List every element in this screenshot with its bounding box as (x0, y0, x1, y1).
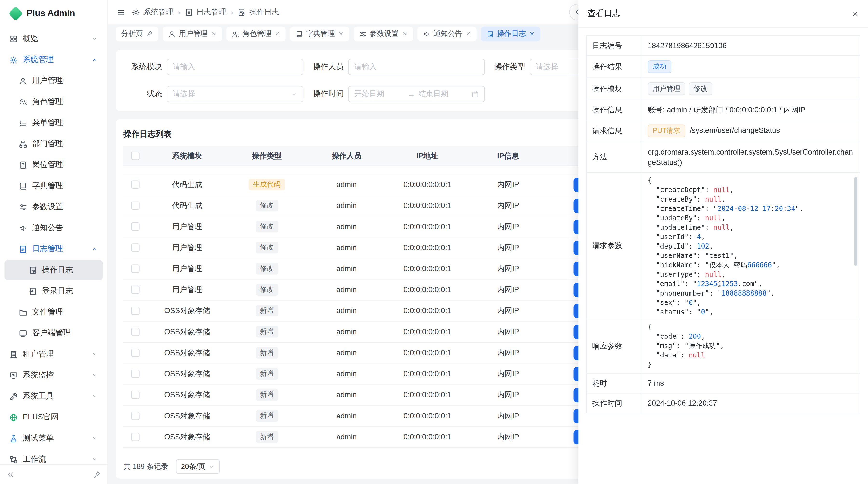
menu-toggle-icon[interactable] (117, 8, 125, 16)
cell-module: OSS对象存储 (147, 432, 227, 442)
sidebar-item-0[interactable]: 概览 (4, 29, 103, 49)
sidebar-item-13[interactable]: 文件管理 (4, 302, 103, 322)
tab-close-icon[interactable] (211, 31, 217, 37)
row-checkbox[interactable] (131, 201, 139, 210)
sidebar-item-label: 文件管理 (32, 307, 98, 317)
operation-type-badge: 新增 (255, 305, 278, 317)
sidebar-item-14[interactable]: 客户端管理 (4, 323, 103, 343)
field-value: 2024-10-06 12:20:37 (642, 393, 860, 413)
sidebar-item-3[interactable]: 角色管理 (4, 92, 103, 112)
filter-input-0[interactable]: 请输入 (166, 59, 303, 75)
sidebar-item-19[interactable]: 测试菜单 (4, 428, 103, 448)
close-icon[interactable] (851, 10, 859, 18)
tab-close-icon[interactable] (466, 31, 471, 37)
tab-0[interactable]: 分析页 (116, 26, 158, 41)
cell-operator: admin (306, 201, 387, 210)
pin-icon[interactable] (146, 30, 153, 37)
row-checkbox[interactable] (131, 264, 139, 272)
role-icon (19, 98, 27, 106)
tab-label: 字典管理 (306, 29, 335, 39)
calendar-icon (472, 90, 479, 98)
operation-type-badge: 新增 (255, 389, 278, 400)
app-logo[interactable]: Plus Admin (0, 0, 107, 27)
sidebar-item-18[interactable]: PLUS官网 (4, 407, 103, 427)
chevron-up-icon (91, 56, 98, 63)
filter-daterange-4[interactable]: 开始日期→结束日期 (348, 86, 485, 102)
cell-ip-info: 内网IP (468, 369, 549, 379)
param-icon (19, 203, 27, 211)
cell-ip-info: 内网IP (468, 348, 549, 358)
field-value: PUT请求/system/user/changeStatus (642, 120, 860, 142)
sidebar-item-9[interactable]: 通知公告 (4, 218, 103, 238)
sidebar-item-label: 测试菜单 (23, 433, 86, 443)
select-all-checkbox[interactable] (131, 152, 139, 160)
sidebar-item-label: 日志管理 (32, 244, 86, 254)
breadcrumb-item-1[interactable]: 日志管理 (185, 7, 226, 17)
tab-3[interactable]: 字典管理 (290, 26, 349, 41)
tab-2[interactable]: 角色管理 (226, 26, 286, 41)
sidebar-item-2[interactable]: 用户管理 (4, 71, 103, 91)
result-tag: 成功 (648, 60, 672, 73)
cell-module: OSS对象存储 (147, 411, 227, 421)
operation-type-badge: 修改 (255, 200, 278, 212)
module-tag: 修改 (689, 83, 712, 95)
row-checkbox[interactable] (131, 180, 139, 189)
tab-close-icon[interactable] (529, 31, 535, 37)
collapse-sidebar-icon[interactable] (7, 471, 14, 479)
filter-input-1[interactable]: 请输入 (348, 59, 485, 75)
cell-operator: admin (306, 244, 387, 252)
sidebar-item-11[interactable]: 操作日志 (4, 260, 103, 280)
page-size-select[interactable]: 20条/页 (176, 459, 220, 474)
tab-close-icon[interactable] (338, 31, 344, 37)
json-code-block[interactable]: { "createDept": null, "createBy": null, … (648, 176, 858, 316)
cell-ip-info: 内网IP (468, 305, 549, 316)
row-checkbox[interactable] (131, 328, 139, 336)
row-checkbox[interactable] (131, 391, 139, 399)
sidebar-item-16[interactable]: 系统监控 (4, 365, 103, 385)
desc-body: 日志编号1842781986426159106操作结果成功操作模块用户管理修改操… (587, 36, 860, 413)
drawer-field-6: 请求参数{ "createDept": null, "createBy": nu… (587, 172, 860, 319)
breadcrumb-item-0[interactable]: 系统管理 (132, 7, 173, 17)
cell-module: OSS对象存储 (147, 390, 227, 400)
sidebar-item-15[interactable]: 租户管理 (4, 344, 103, 364)
user-icon (168, 30, 176, 37)
drawer-body: 日志编号1842781986426159106操作结果成功操作模块用户管理修改操… (579, 28, 868, 484)
row-checkbox[interactable] (131, 223, 139, 231)
scrollbar-thumb[interactable] (854, 177, 858, 266)
row-checkbox[interactable] (131, 370, 139, 378)
sidebar-item-1[interactable]: 系统管理 (4, 50, 103, 70)
sidebar-item-17[interactable]: 系统工具 (4, 386, 103, 407)
tab-close-icon[interactable] (402, 31, 407, 37)
row-checkbox[interactable] (131, 433, 139, 441)
field-label: 操作结果 (587, 56, 642, 78)
operation-type-badge: 生成代码 (249, 179, 285, 190)
breadcrumb-item-2[interactable]: 操作日志 (238, 7, 279, 17)
pin-sidebar-icon[interactable] (93, 471, 101, 479)
cell-ip-info: 内网IP (468, 243, 549, 253)
sidebar-item-12[interactable]: 登录日志 (4, 281, 103, 301)
tab-label: 分析页 (121, 29, 143, 39)
field-label: 操作模块 (587, 78, 642, 100)
sidebar-item-7[interactable]: 字典管理 (4, 176, 103, 196)
cell-ip: 0:0:0:0:0:0:0:1 (387, 370, 468, 378)
sidebar-item-5[interactable]: 部门管理 (4, 134, 103, 154)
filter-select-3[interactable]: 请选择 (166, 86, 303, 102)
tab-1[interactable]: 用户管理 (163, 26, 222, 41)
row-checkbox[interactable] (131, 412, 139, 420)
row-checkbox[interactable] (131, 286, 139, 294)
row-checkbox[interactable] (131, 244, 139, 252)
sidebar-item-20[interactable]: 工作流 (4, 449, 103, 464)
row-checkbox[interactable] (131, 306, 139, 315)
sidebar-item-6[interactable]: 岗位管理 (4, 155, 103, 175)
field-label: 耗时 (587, 374, 642, 393)
overview-icon (9, 34, 18, 43)
sidebar-item-10[interactable]: 日志管理 (4, 239, 103, 259)
tab-5[interactable]: 通知公告 (417, 26, 477, 41)
sidebar-item-4[interactable]: 菜单管理 (4, 113, 103, 133)
tab-6[interactable]: 操作日志 (481, 26, 540, 41)
sidebar-item-8[interactable]: 参数设置 (4, 197, 103, 217)
log-detail-drawer: 查看日志 日志编号1842781986426159106操作结果成功操作模块用户… (579, 0, 868, 484)
row-checkbox[interactable] (131, 349, 139, 357)
tab-close-icon[interactable] (275, 31, 280, 37)
tab-4[interactable]: 参数设置 (354, 26, 413, 41)
